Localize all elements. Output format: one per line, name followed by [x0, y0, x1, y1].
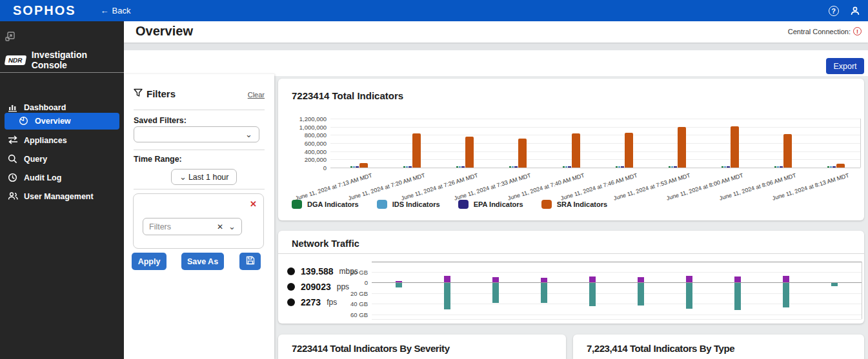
transfer-arrows-icon [8, 135, 18, 146]
gridline [372, 315, 862, 315]
filters-panel: Filters Clear Saved Filters: ⌄ Time Rang… [124, 74, 274, 359]
bar-traffic-down [686, 283, 692, 309]
legend-item[interactable]: EPA Indicators [458, 200, 523, 209]
legend-item[interactable]: IDS Indicators [377, 200, 440, 209]
bar-sra [625, 133, 633, 168]
legend-item[interactable]: DGA Indicators [292, 200, 359, 209]
y-axis-tick: 20 GB [339, 289, 368, 296]
gridline [330, 151, 860, 152]
gridline [330, 168, 860, 168]
warning-icon[interactable]: ! [853, 27, 862, 35]
collapse-sidebar-icon[interactable] [5, 32, 15, 44]
bar-ids [406, 166, 408, 168]
plot-border [860, 119, 861, 168]
bar-ids [830, 166, 832, 168]
chevron-down-icon: ⌄ [228, 224, 236, 230]
time-range-label: Time Range: [134, 155, 182, 164]
legend-item[interactable]: SRA Indicators [541, 200, 607, 209]
gridline [330, 143, 860, 144]
divider [134, 110, 265, 110]
y-axis-tick: 60 GB [339, 311, 368, 318]
central-connection-label: Central Connection: [788, 28, 851, 35]
legend-label: IDS Indicators [392, 200, 440, 208]
ndr-badge: NDR [5, 55, 26, 65]
bar-traffic-up [783, 276, 789, 282]
sidebar-item-query[interactable]: Query [0, 151, 124, 168]
bar-ids [618, 166, 620, 168]
divider [134, 189, 265, 189]
sidebar-item-label: Overview [35, 117, 71, 126]
bar-sra [359, 163, 368, 168]
bar-traffic-down [638, 283, 644, 306]
bar-ids [671, 166, 673, 168]
bar-epa [727, 166, 730, 168]
y-axis-tick: 1,000,000 [280, 123, 327, 130]
indicators-by-severity-title: 7223414 Total Indicators By Severity [292, 343, 450, 354]
pie-chart-icon [19, 116, 29, 126]
bar-sra [678, 127, 686, 168]
bar-ids [565, 166, 567, 168]
gridline [330, 127, 860, 128]
help-icon[interactable]: ? [828, 5, 839, 16]
bar-traffic-down [444, 283, 450, 309]
chevron-down-icon: ⌄ [179, 174, 187, 180]
bar-ids [777, 166, 779, 168]
clear-filters-link[interactable]: Clear [248, 91, 265, 99]
sidebar-item-label: Dashboard [24, 103, 66, 112]
bar-sra [731, 126, 739, 168]
save-as-button[interactable]: Save As [181, 253, 224, 270]
plot-bottom-border [372, 319, 862, 320]
export-button[interactable]: Export [826, 58, 864, 74]
sidebar-item-appliances[interactable]: Appliances [0, 132, 124, 149]
indicators-legend: DGA IndicatorsIDS IndicatorsEPA Indicato… [292, 200, 607, 209]
sidebar-item-label: Appliances [24, 136, 67, 145]
bar-epa [356, 166, 359, 168]
save-filter-button[interactable] [239, 253, 261, 270]
network-traffic-chart: 20 GB020 GB40 GB60 GB [278, 231, 864, 324]
sidebar-item-audit-log[interactable]: Audit Log [0, 170, 124, 186]
bar-traffic-up [638, 277, 644, 282]
funnel-icon [134, 88, 143, 99]
bar-dga [456, 166, 458, 168]
legend-label: SRA Indicators [557, 200, 607, 208]
bar-dga [774, 166, 776, 168]
bar-traffic-down [734, 283, 741, 310]
bar-sra [518, 139, 527, 168]
user-account-icon[interactable] [849, 5, 860, 16]
header-separator-strip [124, 43, 868, 50]
sidebar-item-label: Audit Log [24, 173, 61, 182]
back-button[interactable]: ← Back [101, 6, 131, 15]
back-label: Back [112, 6, 131, 15]
bar-traffic-down [831, 283, 838, 286]
bar-traffic-up [686, 276, 692, 282]
filter-field-select[interactable]: Filters ✕ ⌄ [143, 218, 242, 235]
total-indicators-chart: 0200,000400,000600,000800,0001,000,0001,… [278, 104, 864, 201]
search-icon [8, 154, 18, 164]
bar-sra [572, 133, 580, 168]
legend-label: DGA Indicators [307, 200, 359, 208]
bar-dga [669, 166, 671, 168]
bar-dga [509, 166, 511, 168]
saved-filters-select[interactable]: ⌄ [134, 126, 259, 142]
bar-traffic-up [444, 276, 450, 282]
clear-field-icon[interactable]: ✕ [217, 222, 223, 231]
remove-filter-icon[interactable]: ✕ [250, 199, 257, 209]
saved-filters-label: Saved Filters: [134, 116, 187, 125]
y-axis-tick: 600,000 [280, 140, 327, 147]
total-indicators-card: 7223414 Total Indicators 0200,000400,000… [278, 79, 864, 220]
top-bar: SOPHOS ← Back ? [0, 0, 868, 21]
sidebar-item-user-management[interactable]: User Management [0, 188, 124, 205]
central-connection-status: Central Connection: ! [788, 27, 862, 35]
time-range-select[interactable]: ⌄ Last 1 hour [171, 169, 237, 185]
bar-traffic-down [396, 283, 402, 287]
sidebar-item-overview[interactable]: Overview [5, 113, 119, 130]
apply-button[interactable]: Apply [132, 253, 167, 270]
bar-epa [833, 166, 836, 168]
bar-ids [353, 166, 355, 168]
page-title: Overview [136, 24, 193, 39]
bar-traffic-up [396, 281, 402, 282]
legend-label: EPA Indicators [474, 200, 523, 208]
bar-traffic-down [589, 283, 596, 306]
bar-dga [403, 166, 405, 168]
time-range-value: Last 1 hour [188, 173, 229, 182]
